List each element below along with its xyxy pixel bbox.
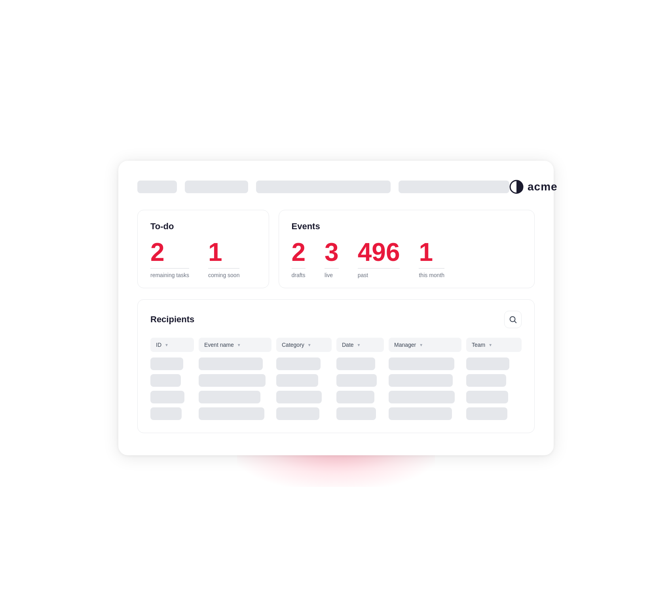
table-row <box>150 391 522 403</box>
table-row <box>150 407 522 420</box>
col-header-manager[interactable]: Manager ▼ <box>389 338 461 352</box>
events-number-1: 3 <box>325 240 339 265</box>
cell-skeleton <box>150 357 183 370</box>
todo-label-0: remaining tasks <box>150 272 189 278</box>
recipients-title: Recipients <box>150 314 194 325</box>
col-label-event-name: Event name <box>204 342 234 348</box>
table-header-row: ID ▼ Event name ▼ Category ▼ Date ▼ <box>150 338 522 352</box>
chevron-down-icon-manager: ▼ <box>419 343 423 347</box>
events-item-2: 496 past <box>358 240 400 278</box>
events-numbers: 2 drafts 3 live 496 past <box>292 240 520 278</box>
events-label-0: drafts <box>292 272 306 278</box>
events-label-2: past <box>358 272 368 278</box>
cell-skeleton <box>336 391 374 403</box>
cell-skeleton <box>150 391 184 403</box>
events-number-2: 496 <box>358 240 400 265</box>
cell-skeleton <box>466 391 508 403</box>
chevron-down-icon-event: ▼ <box>237 343 241 347</box>
cell-skeleton <box>466 407 507 420</box>
cell-skeleton <box>199 357 263 370</box>
cell-skeleton <box>276 357 321 370</box>
main-card: acme To-do 2 remaining tasks 1 coming <box>118 161 554 455</box>
search-button[interactable] <box>504 311 522 328</box>
col-label-manager: Manager <box>394 342 416 348</box>
events-divider-3 <box>419 268 444 269</box>
cell-skeleton <box>336 374 377 387</box>
cell-skeleton <box>389 391 455 403</box>
chevron-down-icon-category: ▼ <box>308 343 311 347</box>
nav-skeleton-1 <box>137 181 177 193</box>
table-row <box>150 357 522 370</box>
table-body <box>150 357 522 420</box>
cell-skeleton <box>276 407 319 420</box>
cell-skeleton <box>389 357 454 370</box>
events-divider-2 <box>358 268 400 269</box>
col-label-id: ID <box>156 342 161 348</box>
nav-skeleton-2 <box>185 181 248 193</box>
cell-skeleton <box>336 407 376 420</box>
stats-row: To-do 2 remaining tasks 1 coming soon <box>137 210 535 288</box>
col-label-category: Category <box>282 342 304 348</box>
events-item-0: 2 drafts <box>292 240 306 278</box>
todo-item-1: 1 coming soon <box>208 240 239 278</box>
cell-skeleton <box>150 407 182 420</box>
cell-skeleton <box>276 374 318 387</box>
events-divider-0 <box>292 268 306 269</box>
cell-skeleton <box>389 374 453 387</box>
col-label-date: Date <box>342 342 354 348</box>
cell-skeleton <box>199 407 264 420</box>
outer-wrapper: acme To-do 2 remaining tasks 1 coming <box>59 161 613 455</box>
col-header-category[interactable]: Category ▼ <box>276 338 332 352</box>
cell-skeleton <box>466 374 506 387</box>
todo-item-0: 2 remaining tasks <box>150 240 189 278</box>
cell-skeleton <box>199 391 260 403</box>
chevron-down-icon-date: ▼ <box>357 343 361 347</box>
cell-skeleton <box>336 357 375 370</box>
chevron-down-icon-team: ▼ <box>488 343 492 347</box>
events-number-3: 1 <box>419 240 433 265</box>
cell-skeleton <box>199 374 266 387</box>
todo-card: To-do 2 remaining tasks 1 coming soon <box>137 210 269 288</box>
recipients-header: Recipients <box>150 311 522 328</box>
col-label-team: Team <box>472 342 485 348</box>
todo-title: To-do <box>150 221 254 232</box>
cell-skeleton <box>276 391 322 403</box>
todo-divider-0 <box>150 268 189 269</box>
events-item-3: 1 this month <box>419 240 444 278</box>
cell-skeleton <box>389 407 452 420</box>
col-header-id[interactable]: ID ▼ <box>150 338 194 352</box>
todo-number-0: 2 <box>150 240 165 265</box>
table-row <box>150 374 522 387</box>
events-divider-1 <box>325 268 339 269</box>
nav-skeleton-3 <box>256 181 391 193</box>
events-item-1: 3 live <box>325 240 339 278</box>
cell-skeleton <box>150 374 181 387</box>
events-card: Events 2 drafts 3 live 496 <box>279 210 535 288</box>
svg-line-2 <box>514 321 516 323</box>
cell-skeleton <box>466 357 509 370</box>
logo-icon <box>509 180 524 194</box>
nav-left <box>137 181 509 193</box>
todo-divider-1 <box>208 268 239 269</box>
nav-bar: acme <box>137 180 535 194</box>
logo-area: acme <box>509 180 558 194</box>
chevron-down-icon-id: ▼ <box>165 343 169 347</box>
events-title: Events <box>292 221 520 232</box>
col-header-team[interactable]: Team ▼ <box>466 338 522 352</box>
logo-text: acme <box>528 181 558 193</box>
col-header-event-name[interactable]: Event name ▼ <box>199 338 271 352</box>
search-icon <box>509 315 517 324</box>
events-number-0: 2 <box>292 240 306 265</box>
table-container: ID ▼ Event name ▼ Category ▼ Date ▼ <box>150 338 522 420</box>
todo-numbers: 2 remaining tasks 1 coming soon <box>150 240 254 278</box>
todo-number-1: 1 <box>208 240 222 265</box>
nav-skeleton-4 <box>399 181 509 193</box>
col-header-date[interactable]: Date ▼ <box>336 338 384 352</box>
todo-label-1: coming soon <box>208 272 239 278</box>
events-label-3: this month <box>419 272 444 278</box>
events-label-1: live <box>325 272 333 278</box>
recipients-card: Recipients ID ▼ Event name <box>137 299 535 433</box>
